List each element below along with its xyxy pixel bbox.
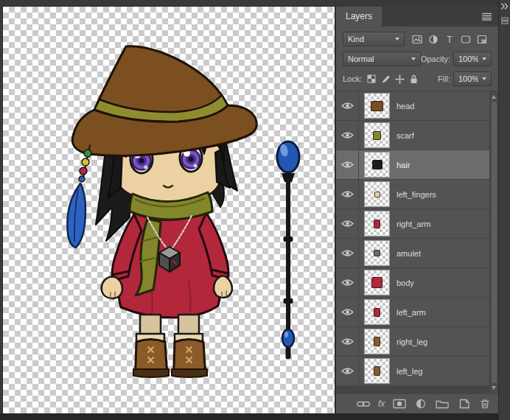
layer-thumbnail[interactable] xyxy=(365,153,389,177)
type-filter-icon: T xyxy=(444,35,455,44)
fill-select[interactable]: 100% xyxy=(453,71,492,86)
chevron-down-icon xyxy=(411,57,416,60)
eye-icon xyxy=(341,308,354,316)
layer-thumbnail[interactable] xyxy=(365,241,389,265)
folder-icon xyxy=(436,399,449,409)
add-layer-mask-button[interactable] xyxy=(393,398,406,410)
new-layer-button[interactable] xyxy=(457,398,470,410)
kind-filter-select[interactable]: Kind xyxy=(343,32,405,46)
layer-thumbnail[interactable] xyxy=(365,94,389,118)
layer-row-body[interactable]: body xyxy=(336,268,498,298)
layer-thumbnail[interactable] xyxy=(365,300,389,324)
blend-mode-select[interactable]: Normal xyxy=(343,52,421,66)
layer-thumbnail[interactable] xyxy=(365,329,389,354)
filter-smart-object-button[interactable] xyxy=(475,32,489,46)
layer-thumb-art xyxy=(374,192,380,197)
lock-all-icon[interactable] xyxy=(409,74,419,84)
layer-thumbnail[interactable] xyxy=(365,359,389,383)
svg-text:T: T xyxy=(447,35,453,44)
layer-mask-icon xyxy=(393,399,406,409)
panel-menu-button[interactable] xyxy=(475,7,498,27)
layer-row-head[interactable]: head xyxy=(336,91,498,121)
filter-adjustment-button[interactable] xyxy=(426,32,441,46)
eye-icon xyxy=(341,102,354,110)
eye-icon xyxy=(341,220,354,228)
filter-row: Kind T xyxy=(343,32,492,46)
chevron-down-icon xyxy=(395,38,399,41)
hat-charm-art xyxy=(67,145,91,248)
filter-shape-button[interactable] xyxy=(458,32,473,46)
hamburger-menu-icon xyxy=(482,13,492,21)
eye-icon xyxy=(341,161,354,169)
scrollbar-thumb[interactable] xyxy=(492,102,497,383)
adjustment-layer-button[interactable] xyxy=(414,398,427,410)
layer-thumbnail[interactable] xyxy=(365,270,389,295)
link-layers-button[interactable] xyxy=(357,398,370,410)
lock-transparency-icon[interactable] xyxy=(367,74,377,84)
visibility-toggle[interactable] xyxy=(336,298,359,326)
layer-thumbnail[interactable] xyxy=(365,123,389,147)
status-strip xyxy=(0,413,498,420)
filter-icon-group: T xyxy=(410,32,489,46)
visibility-toggle[interactable] xyxy=(336,357,359,385)
panel-dock-button[interactable] xyxy=(499,17,510,24)
layers-scrollbar[interactable] xyxy=(489,91,498,393)
trash-icon xyxy=(478,399,492,409)
layer-thumb-art xyxy=(374,250,380,256)
eye-icon xyxy=(341,190,354,198)
layer-name: hair xyxy=(397,161,410,169)
new-group-button[interactable] xyxy=(436,398,449,410)
collapse-panels-button[interactable] xyxy=(499,3,510,10)
tab-layers[interactable]: Layers xyxy=(336,7,382,27)
layer-thumb-art xyxy=(374,366,380,376)
link-icon xyxy=(357,399,370,409)
layer-row-left-fingers[interactable]: left_fingers xyxy=(336,180,498,209)
visibility-toggle[interactable] xyxy=(336,121,359,150)
layer-row-right-arm[interactable]: right_arm xyxy=(336,209,498,239)
layer-row-amulet[interactable]: amulet xyxy=(336,239,498,268)
layer-row-right-leg[interactable]: right_leg xyxy=(336,327,498,357)
layer-name: right_leg xyxy=(397,337,427,346)
layer-name: left_leg xyxy=(397,367,422,376)
visibility-toggle[interactable] xyxy=(336,268,359,297)
visibility-toggle[interactable] xyxy=(336,91,359,120)
layer-row-left-arm[interactable]: left_arm xyxy=(336,298,498,327)
layer-row-scarf[interactable]: scarf xyxy=(336,121,498,150)
layer-row-left-leg[interactable]: left_leg xyxy=(336,357,498,386)
layers-footer: fx xyxy=(336,393,498,413)
tab-layers-label: Layers xyxy=(346,11,372,21)
pixel-filter-icon xyxy=(412,35,422,44)
character-artwork xyxy=(3,7,335,414)
scroll-up-arrow-icon[interactable] xyxy=(492,95,496,99)
visibility-toggle[interactable] xyxy=(336,150,359,179)
opacity-label: Opacity: xyxy=(421,55,450,63)
lock-position-icon[interactable] xyxy=(395,74,405,84)
scroll-down-arrow-icon[interactable] xyxy=(492,386,496,390)
layer-thumbnail[interactable] xyxy=(365,182,389,206)
opacity-value: 100% xyxy=(458,55,478,63)
document-canvas[interactable] xyxy=(2,6,335,415)
filter-pixel-button[interactable] xyxy=(410,32,425,46)
layer-thumb-art xyxy=(374,308,380,317)
blend-row: Normal Opacity: 100% xyxy=(343,52,492,66)
layer-thumbnail[interactable] xyxy=(365,211,389,236)
visibility-toggle[interactable] xyxy=(336,209,359,238)
fill-value: 100% xyxy=(458,74,478,83)
delete-layer-button[interactable] xyxy=(478,398,492,410)
lock-pixels-icon[interactable] xyxy=(381,74,391,84)
visibility-toggle[interactable] xyxy=(336,327,359,356)
layer-thumb-art xyxy=(373,131,381,140)
layer-style-button[interactable]: fx xyxy=(378,398,385,410)
visibility-toggle[interactable] xyxy=(336,180,359,209)
layer-row-hair[interactable]: hair xyxy=(336,150,498,180)
opacity-select[interactable]: 100% xyxy=(453,52,492,66)
filter-type-button[interactable]: T xyxy=(442,32,457,46)
layer-thumb-art xyxy=(371,277,382,288)
eye-icon xyxy=(341,249,354,257)
layers-controls: Kind T xyxy=(336,27,498,91)
fill-label: Fill: xyxy=(438,74,450,83)
visibility-toggle[interactable] xyxy=(336,239,359,267)
shape-filter-icon xyxy=(461,35,471,44)
kind-filter-label: Kind xyxy=(348,35,391,43)
layer-thumb-art xyxy=(372,160,382,169)
